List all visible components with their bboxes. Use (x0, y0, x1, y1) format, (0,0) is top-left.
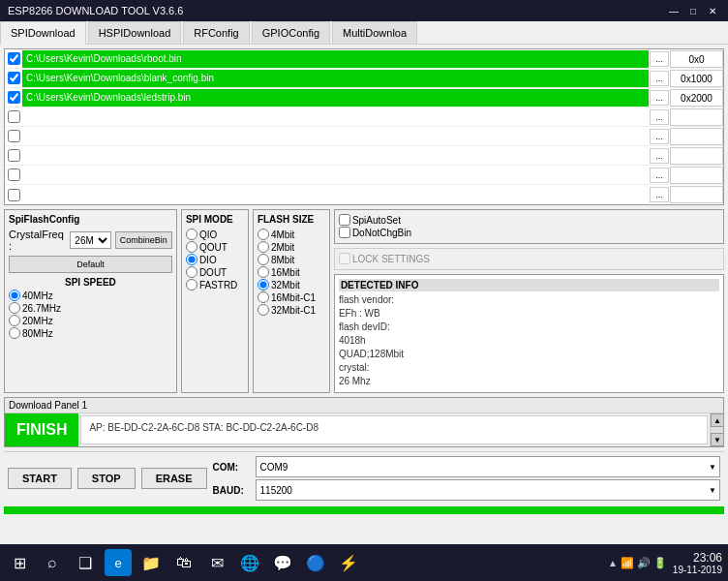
finish-button[interactable]: FINISH (5, 413, 78, 446)
crystal-select[interactable]: 26M40M (70, 231, 111, 249)
tab-bar: SPIDownload HSPIDownload RFConfig GPIOCo… (0, 21, 728, 45)
lock-settings-label: LOCK SETTINGS (352, 254, 430, 264)
file-path (22, 108, 649, 126)
file-checkbox[interactable] (5, 91, 22, 104)
file-checkbox[interactable] (5, 52, 22, 65)
crystal-label: CrystalFreq : (9, 229, 66, 252)
browser-icon[interactable]: 🌐 (236, 549, 263, 576)
tab-hspidownload[interactable]: HSPIDownload (88, 21, 182, 44)
bottom-bar: START STOP ERASE COM: COM9COM1COM3 ▼ BAU… (4, 451, 724, 505)
file-checkbox[interactable] (5, 110, 22, 123)
file-row: ... (5, 185, 723, 204)
download-message: AP: BE-DD-C2-2A-6C-D8 STA: BC-DD-C2-2A-6… (80, 415, 708, 444)
file-row: C:\Users\Kevin\Downloads\rboot.bin...0x0 (5, 49, 723, 69)
file-browse-button[interactable]: ... (650, 71, 669, 86)
file-checkbox[interactable] (5, 72, 22, 84)
file-address (670, 108, 723, 126)
download-panel-header: Download Panel 1 (5, 398, 723, 413)
task-view-icon[interactable]: ❑ (72, 549, 99, 576)
tray-icon-1: ▲ (608, 558, 618, 568)
mode-dio: DIO (186, 254, 244, 265)
com-baud-section: COM: COM9COM1COM3 ▼ BAUD: 11520096005760… (213, 456, 720, 501)
file-browse-button[interactable]: ... (650, 129, 669, 144)
com-select[interactable]: COM9COM1COM3 (256, 456, 720, 477)
size-4mbit: 4Mbit (258, 229, 325, 240)
spi-flash-config: SpiFlashConfig CrystalFreq : 26M40M Comb… (4, 209, 177, 393)
file-checkbox[interactable] (5, 168, 22, 181)
search-icon[interactable]: ⌕ (39, 549, 66, 576)
erase-button[interactable]: ERASE (141, 468, 207, 489)
start-menu-icon[interactable]: ⊞ (6, 549, 33, 576)
file-checkbox[interactable] (5, 189, 22, 201)
file-row: ... (5, 107, 723, 127)
flash-size: FLASH SIZE 4Mbit 2Mbit 8Mbit 16Mbit 32Mb… (253, 209, 330, 393)
size-16mbit: 16Mbit (258, 266, 325, 278)
app-title: ESP8266 DOWNLOAD TOOL V3.6.6 (8, 5, 183, 16)
file-path (22, 186, 649, 203)
file-list: C:\Users\Kevin\Downloads\rboot.bin...0x0… (4, 48, 724, 205)
mode-qout: QOUT (186, 241, 244, 253)
taskbar: ⊞ ⌕ ❑ e 📁 🛍 ✉ 🌐 💬 🔵 ⚡ ▲ 📶 🔊 🔋 23:06 19-1… (0, 544, 728, 581)
com-select-wrapper: COM9COM1COM3 ▼ (256, 456, 720, 477)
scroll-up-arrow[interactable]: ▲ (711, 413, 724, 427)
file-browse-button[interactable]: ... (650, 148, 669, 164)
file-row: ... (5, 146, 723, 166)
file-browse-button[interactable]: ... (650, 109, 669, 125)
baud-row: BAUD: 115200960057600230400460800921600 … (213, 479, 720, 501)
tab-spidownload[interactable]: SPIDownload (0, 21, 86, 45)
tab-rfconfig[interactable]: RFConfig (183, 21, 249, 44)
file-address (670, 128, 723, 145)
folder-icon[interactable]: 📁 (137, 549, 165, 576)
com-row: COM: COM9COM1COM3 ▼ (213, 456, 720, 477)
mode-qio: QIO (186, 229, 244, 240)
download-panel: Download Panel 1 FINISH AP: BE-DD-C2-2A-… (4, 397, 724, 447)
file-row: C:\Users\Kevin\Downloads\ledstrip.bin...… (5, 88, 723, 107)
file-address (670, 186, 723, 203)
spi-auto-set-label: SpiAutoSet (352, 215, 401, 226)
maximize-button[interactable]: □ (685, 3, 701, 18)
file-row: ... (5, 127, 723, 146)
spi-speed-label: SPI SPEED (9, 277, 172, 288)
edge-icon[interactable]: e (105, 549, 132, 576)
detected-info: DETECTED INFO flash vendor: EFh : WB fla… (334, 274, 724, 393)
scroll-down-arrow[interactable]: ▼ (711, 433, 724, 446)
stop-button[interactable]: STOP (77, 468, 136, 489)
tab-multidownload[interactable]: MultiDownloa (332, 21, 417, 44)
spi-mode: SPI MODE QIO QOUT DIO DOUT FASTRD (181, 209, 249, 393)
store-icon[interactable]: 🛍 (170, 549, 197, 576)
combine-bin-button[interactable]: CombineBin (115, 231, 172, 249)
window-controls: — □ ✕ (666, 3, 720, 18)
tab-gpioconfig[interactable]: GPIOConfig (252, 21, 330, 44)
file-address (670, 167, 723, 184)
size-32mbit-c1: 32Mbit-C1 (258, 304, 325, 316)
file-browse-button[interactable]: ... (650, 51, 669, 67)
chrome-icon[interactable]: 🔵 (302, 549, 329, 576)
baud-select[interactable]: 115200960057600230400460800921600 (256, 479, 720, 501)
file-address (670, 147, 723, 165)
start-button[interactable]: START (8, 468, 72, 489)
whatsapp-icon[interactable]: 💬 (269, 549, 296, 576)
file-browse-button[interactable]: ... (650, 168, 669, 183)
esp-tool-icon[interactable]: ⚡ (335, 549, 362, 576)
baud-label: BAUD: (213, 485, 252, 496)
clock-time: 23:06 (673, 551, 722, 565)
file-row: ... (5, 166, 723, 185)
close-button[interactable]: ✕ (705, 3, 720, 18)
file-browse-button[interactable]: ... (650, 90, 669, 106)
volume-icon: 🔊 (637, 557, 651, 569)
file-checkbox[interactable] (5, 149, 22, 162)
taskbar-left: ⊞ ⌕ ❑ e 📁 🛍 ✉ 🌐 💬 🔵 ⚡ (6, 549, 362, 576)
com-label: COM: (213, 462, 252, 473)
file-row: C:\Users\Kevin\Downloads\blank_config.bi… (5, 69, 723, 88)
minimize-button[interactable]: — (666, 3, 682, 18)
network-icon: 📶 (621, 557, 634, 569)
file-checkbox[interactable] (5, 130, 22, 142)
speed-267mhz: 26.7MHz (9, 302, 172, 314)
speed-80mhz: 80MHz (9, 327, 172, 339)
mail-icon[interactable]: ✉ (203, 549, 230, 576)
config-area: SpiFlashConfig CrystalFreq : 26M40M Comb… (4, 209, 724, 393)
default-button[interactable]: Default (9, 256, 172, 273)
file-browse-button[interactable]: ... (650, 187, 669, 202)
size-16mbit-c1: 16Mbit-C1 (258, 291, 325, 303)
file-address: 0x2000 (670, 89, 723, 107)
